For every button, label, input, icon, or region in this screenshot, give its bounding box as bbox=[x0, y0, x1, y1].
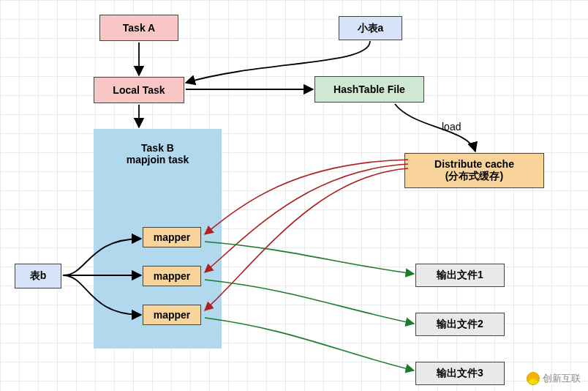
arrow-cache-mapper1 bbox=[205, 160, 408, 234]
taskb-title2: mapjoin task bbox=[94, 154, 222, 165]
local-task: Local Task bbox=[94, 77, 184, 103]
taskb-title1: Task B bbox=[94, 129, 222, 154]
arrow-mapper3-out3 bbox=[205, 318, 414, 370]
mapper-3: mapper bbox=[143, 305, 201, 325]
mapper-1: mapper bbox=[143, 227, 201, 247]
arrow-hashtable-cache bbox=[395, 104, 475, 152]
distribute-cache-line1: Distribute cache bbox=[434, 158, 514, 170]
watermark-text: 创新互联 bbox=[543, 372, 581, 385]
output-file-2: 输出文件2 bbox=[415, 313, 505, 336]
load-label: load bbox=[442, 121, 461, 133]
distribute-cache-line2: (分布式缓存) bbox=[445, 170, 503, 183]
mapper-2: mapper bbox=[143, 266, 201, 286]
task-a: Task A bbox=[99, 15, 178, 41]
distribute-cache: Distribute cache (分布式缓存) bbox=[404, 153, 544, 188]
arrow-mapper1-out1 bbox=[205, 242, 414, 274]
arrow-cache-mapper2 bbox=[205, 164, 408, 272]
arrow-mapper2-out2 bbox=[205, 280, 414, 324]
watermark-logo-icon bbox=[527, 372, 540, 385]
small-table-a: 小表a bbox=[339, 16, 402, 40]
table-b: 表b bbox=[15, 264, 61, 288]
hashtable-file: HashTable File bbox=[314, 76, 424, 103]
watermark: 创新互联 bbox=[527, 372, 581, 385]
arrow-cache-mapper3 bbox=[205, 168, 408, 310]
output-file-3: 输出文件3 bbox=[415, 362, 505, 385]
output-file-1: 输出文件1 bbox=[415, 264, 505, 287]
